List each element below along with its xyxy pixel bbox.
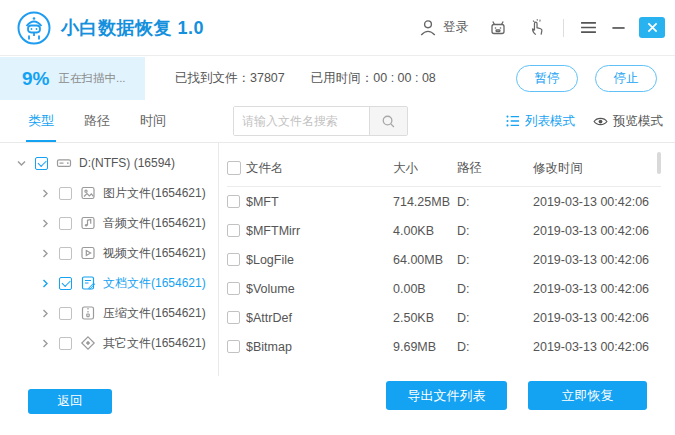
chevron-right-icon[interactable] bbox=[40, 308, 51, 319]
file-name: $MFTMirr bbox=[246, 224, 393, 238]
panel-divider bbox=[218, 143, 219, 376]
tree-checkbox[interactable] bbox=[59, 277, 72, 290]
preview-mode-label: 预览模式 bbox=[613, 113, 663, 130]
login-label: 登录 bbox=[443, 19, 468, 36]
menu-icon[interactable] bbox=[580, 21, 597, 34]
file-modified: 2019-03-13 00:42:06 bbox=[533, 311, 661, 325]
chevron-right-icon[interactable] bbox=[40, 278, 51, 289]
row-checkbox[interactable] bbox=[227, 195, 240, 208]
document-file-icon bbox=[80, 275, 96, 291]
row-checkbox[interactable] bbox=[227, 224, 240, 237]
file-path: D: bbox=[457, 253, 533, 267]
robot-assistant-icon[interactable] bbox=[488, 18, 508, 38]
table-row[interactable]: $Volume 0.00B D: 2019-03-13 00:42:06 bbox=[227, 274, 661, 303]
filter-tabs: 类型 路径 时间 bbox=[28, 100, 166, 142]
search-input[interactable] bbox=[234, 107, 369, 135]
file-name: $Bitmap bbox=[246, 340, 393, 354]
minimize-button[interactable] bbox=[611, 20, 626, 35]
file-name: $AttrDef bbox=[246, 311, 393, 325]
recover-now-button[interactable]: 立即恢复 bbox=[528, 381, 647, 410]
tree-item-label: 文档文件(1654621) bbox=[103, 275, 206, 292]
list-mode-label: 列表模式 bbox=[525, 113, 575, 130]
tree-item-label: 视频文件(1654621) bbox=[103, 245, 206, 262]
view-mode-switch: 列表模式 预览模式 bbox=[506, 100, 663, 142]
chevron-down-icon[interactable] bbox=[16, 158, 27, 169]
tree-item-label: 音频文件(1654621) bbox=[103, 215, 206, 232]
tree-item-document-files[interactable]: 文档文件(1654621) bbox=[0, 268, 218, 298]
search-button[interactable] bbox=[369, 107, 407, 135]
tab-time[interactable]: 时间 bbox=[140, 100, 166, 142]
row-checkbox[interactable] bbox=[227, 340, 240, 353]
tab-path[interactable]: 路径 bbox=[84, 100, 110, 142]
file-name: $LogFile bbox=[246, 253, 393, 267]
titlebar: 小白数据恢复 1.0 登录 bbox=[0, 0, 675, 56]
tree-checkbox[interactable] bbox=[59, 247, 72, 260]
file-path: D: bbox=[457, 195, 533, 209]
tree-item-audio-files[interactable]: 音频文件(1654621) bbox=[0, 208, 218, 238]
file-table: 文件名 大小 路径 修改时间 $MFT 714.25MB D: 2019-03-… bbox=[227, 150, 661, 361]
back-button[interactable]: 返回 bbox=[28, 389, 112, 414]
table-row[interactable]: $MFTMirr 4.00KB D: 2019-03-13 00:42:06 bbox=[227, 216, 661, 245]
file-size: 64.00MB bbox=[393, 253, 457, 267]
table-header: 文件名 大小 路径 修改时间 bbox=[227, 150, 661, 187]
table-row[interactable]: $AttrDef 2.50KB D: 2019-03-13 00:42:06 bbox=[227, 303, 661, 332]
column-header-modified: 修改时间 bbox=[533, 160, 661, 177]
row-checkbox[interactable] bbox=[227, 253, 240, 266]
tree-checkbox[interactable] bbox=[35, 157, 48, 170]
tree-checkbox[interactable] bbox=[59, 307, 72, 320]
user-icon bbox=[418, 18, 438, 38]
tree-item-label: 其它文件(1654621) bbox=[103, 335, 206, 352]
file-modified: 2019-03-13 00:42:06 bbox=[533, 282, 661, 296]
login-button[interactable]: 登录 bbox=[418, 18, 468, 38]
tree-checkbox[interactable] bbox=[59, 187, 72, 200]
search-box bbox=[233, 106, 408, 136]
scan-status-bar: 9% 正在扫描中... 已找到文件：37807 已用时间：00 : 00 : 0… bbox=[0, 57, 675, 100]
file-name: $MFT bbox=[246, 195, 393, 209]
file-path: D: bbox=[457, 340, 533, 354]
file-name: $Volume bbox=[246, 282, 393, 296]
tree-item-archive-files[interactable]: 压缩文件(1654621) bbox=[0, 298, 218, 328]
row-checkbox[interactable] bbox=[227, 282, 240, 295]
files-found-label: 已找到文件：37807 bbox=[175, 70, 285, 87]
list-mode-icon bbox=[506, 114, 520, 128]
hand-tap-icon[interactable] bbox=[528, 18, 547, 37]
app-title: 小白数据恢复 1.0 bbox=[61, 16, 204, 40]
list-mode-button[interactable]: 列表模式 bbox=[506, 113, 575, 130]
file-modified: 2019-03-13 00:42:06 bbox=[533, 253, 661, 267]
close-button[interactable] bbox=[639, 17, 665, 38]
file-path: D: bbox=[457, 311, 533, 325]
tree-item-video-files[interactable]: 视频文件(1654621) bbox=[0, 238, 218, 268]
titlebar-actions: 登录 bbox=[418, 17, 665, 38]
export-file-list-button[interactable]: 导出文件列表 bbox=[386, 381, 507, 410]
time-used-label: 已用时间：00 : 00 : 08 bbox=[311, 70, 436, 87]
chevron-right-icon[interactable] bbox=[40, 248, 51, 259]
scan-progress-chip: 9% 正在扫描中... bbox=[0, 57, 145, 100]
select-all-checkbox[interactable] bbox=[227, 161, 241, 175]
eye-icon bbox=[593, 114, 608, 129]
table-scrollbar-thumb[interactable] bbox=[657, 152, 661, 174]
row-checkbox[interactable] bbox=[227, 311, 240, 324]
chevron-right-icon[interactable] bbox=[40, 338, 51, 349]
tab-type[interactable]: 类型 bbox=[28, 100, 54, 142]
file-modified: 2019-03-13 00:42:06 bbox=[533, 340, 661, 354]
pause-button[interactable]: 暂停 bbox=[516, 65, 578, 92]
preview-mode-button[interactable]: 预览模式 bbox=[593, 113, 663, 130]
tree-item-label: 压缩文件(1654621) bbox=[103, 305, 206, 322]
image-file-icon bbox=[80, 185, 96, 201]
table-row[interactable]: $MFT 714.25MB D: 2019-03-13 00:42:06 bbox=[227, 187, 661, 216]
column-header-path: 路径 bbox=[457, 160, 533, 177]
tree-item-other-files[interactable]: 其它文件(1654621) bbox=[0, 328, 218, 358]
tree-checkbox[interactable] bbox=[59, 337, 72, 350]
app-logo-icon bbox=[16, 10, 52, 46]
tree-checkbox[interactable] bbox=[59, 217, 72, 230]
chevron-right-icon[interactable] bbox=[40, 218, 51, 229]
table-row[interactable]: $LogFile 64.00MB D: 2019-03-13 00:42:06 bbox=[227, 245, 661, 274]
tree-item-image-files[interactable]: 图片文件(1654621) bbox=[0, 178, 218, 208]
chevron-right-icon[interactable] bbox=[40, 188, 51, 199]
tree-item-drive-d[interactable]: D:(NTFS) (16594) bbox=[0, 148, 218, 178]
scan-state-label: 正在扫描中... bbox=[58, 71, 125, 86]
file-type-tree: D:(NTFS) (16594) 图片文件(1654621) bbox=[0, 148, 218, 358]
stop-button[interactable]: 停止 bbox=[595, 65, 657, 92]
file-size: 9.69MB bbox=[393, 340, 457, 354]
table-row[interactable]: $Bitmap 9.69MB D: 2019-03-13 00:42:06 bbox=[227, 332, 661, 361]
